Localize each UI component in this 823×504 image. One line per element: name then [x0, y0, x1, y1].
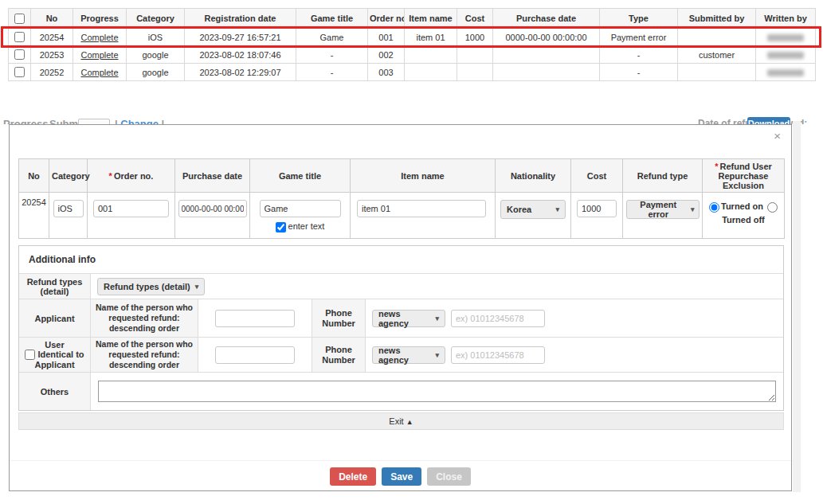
turned-off-radio[interactable]	[767, 202, 778, 213]
cell-submitted-by	[678, 64, 756, 81]
cell-order-no: 002	[368, 46, 405, 64]
item-name-input[interactable]	[357, 200, 486, 217]
col-progress: Progress	[73, 9, 127, 29]
cell-category: google	[127, 46, 185, 64]
cell-registration-date: 2023-08-02 12:29:07	[185, 64, 296, 81]
form-col-exclusion: *Refund User Repurchase Exclusion	[703, 159, 785, 193]
cell-no: 20252	[31, 64, 73, 81]
refund-list-table: No Progress Category Registration date G…	[8, 8, 816, 81]
col-purchase-date: Purchase date	[493, 9, 600, 29]
enter-text-checkbox[interactable]	[276, 222, 286, 232]
cell-type: -	[600, 64, 678, 81]
col-game-title: Game title	[296, 9, 368, 29]
game-title-input[interactable]	[260, 200, 341, 217]
others-label: Others	[19, 373, 91, 410]
redacted-text	[767, 52, 804, 59]
save-button[interactable]: Save	[382, 467, 421, 486]
user-name-input[interactable]	[215, 346, 295, 364]
user-identical-checkbox[interactable]	[25, 350, 35, 360]
cell-registration-date: 2023-08-02 18:07:46	[185, 46, 296, 64]
cell-registration-date: 2023-09-27 16:57:21	[185, 29, 296, 46]
cell-no: 20254	[31, 29, 73, 46]
progress-link[interactable]: Complete	[80, 33, 118, 42]
triangle-up-icon: ▲	[406, 418, 413, 426]
col-category: Category	[127, 9, 185, 29]
applicant-phone-type-select[interactable]: news agency ▾	[372, 310, 445, 327]
form-col-cost: Cost	[571, 159, 623, 193]
form-col-item: Item name	[351, 159, 496, 193]
applicant-phone-label: Phone Number	[312, 299, 366, 337]
table-row[interactable]: 20253 Complete google 2023-08-02 18:07:4…	[9, 46, 816, 64]
nationality-select[interactable]: Korea ▾	[500, 200, 566, 219]
col-order-no: Order no.	[368, 9, 405, 29]
user-phone-label: Phone Number	[312, 338, 366, 372]
applicant-phone-input[interactable]	[451, 310, 545, 327]
order-no-input[interactable]	[93, 200, 169, 217]
table-row[interactable]: 20252 Complete google 2023-08-02 12:29:0…	[9, 64, 816, 81]
col-item-name: Item name	[405, 9, 457, 29]
additional-info-section: Additional info Refund types (detail) Re…	[18, 245, 784, 411]
cell-game-title: -	[296, 64, 368, 81]
table-row[interactable]: 20254 Complete iOS 2023-09-27 16:57:21 G…	[9, 29, 816, 46]
progress-link[interactable]: Complete	[80, 68, 118, 77]
others-row: Others	[19, 372, 783, 410]
user-row: User Identical to Applicant Name of the …	[19, 337, 783, 372]
cell-order-no: 001	[368, 29, 405, 46]
cell-purchase-date: 0000-00-00 00:00:00	[493, 29, 600, 46]
col-no: No	[31, 9, 73, 29]
form-col-no: No	[19, 159, 49, 193]
select-all-checkbox[interactable]	[14, 14, 25, 24]
cell-cost	[457, 46, 493, 64]
cell-type: Payment error	[600, 29, 678, 46]
cell-cost	[457, 64, 493, 81]
refund-type-select[interactable]: Payment error ▾	[626, 200, 700, 219]
cell-submitted-by: customer	[678, 46, 756, 64]
col-registration-date: Registration date	[185, 9, 296, 29]
redacted-text	[767, 69, 804, 76]
repurchase-exclusion-group: Turned on Turned off	[703, 193, 785, 239]
user-phone-type-select[interactable]: news agency ▾	[372, 346, 445, 364]
close-button[interactable]: Close	[427, 467, 471, 486]
applicant-name-input[interactable]	[215, 310, 295, 327]
cell-type: -	[600, 46, 678, 64]
required-marker: *	[109, 171, 112, 181]
background-dropdown[interactable]	[78, 119, 110, 124]
chevron-down-icon: ▾	[691, 205, 695, 213]
page-scrollbar[interactable]	[793, 121, 801, 492]
cell-order-no: 003	[368, 64, 405, 81]
separator: |	[162, 118, 165, 124]
category-input[interactable]	[53, 200, 84, 217]
form-col-purchase: Purchase date	[175, 159, 250, 193]
form-col-order: *Order no.	[88, 159, 175, 193]
col-type: Type	[600, 9, 678, 29]
cell-item-name	[405, 46, 457, 64]
form-col-refund-type: Refund type	[623, 159, 703, 193]
cell-no: 20253	[31, 46, 73, 64]
download-button[interactable]: Download	[747, 117, 790, 124]
refund-types-select[interactable]: Refund types (detail) ▾	[97, 278, 205, 295]
chevron-down-icon: ▾	[195, 283, 199, 291]
close-icon[interactable]: ×	[774, 130, 781, 142]
row-checkbox[interactable]	[14, 49, 25, 60]
row-checkbox[interactable]	[14, 32, 25, 42]
progress-label: Progress	[3, 118, 48, 124]
form-col-nationality: Nationality	[496, 159, 571, 193]
others-textarea[interactable]	[98, 381, 776, 402]
separator: |	[115, 118, 118, 124]
additional-info-title: Additional info	[19, 246, 783, 273]
row-checkbox[interactable]	[14, 67, 25, 77]
required-marker: *	[715, 162, 718, 171]
cell-item-name: item 01	[405, 29, 457, 46]
cell-category: iOS	[127, 29, 185, 46]
delete-button[interactable]: Delete	[330, 467, 376, 486]
cost-input[interactable]	[577, 200, 617, 217]
user-phone-input[interactable]	[451, 346, 545, 364]
exit-collapse-button[interactable]: Exit ▲	[18, 412, 784, 430]
refund-detail-modal: × No Category *Order no. Purchase date G…	[9, 124, 792, 491]
progress-link[interactable]: Complete	[80, 50, 118, 60]
purchase-date-input[interactable]	[178, 200, 247, 217]
change-link[interactable]: Change	[120, 118, 159, 124]
turned-on-radio[interactable]	[709, 202, 719, 213]
cell-cost: 1000	[457, 29, 493, 46]
refund-detail-form: No Category *Order no. Purchase date Gam…	[18, 158, 785, 239]
